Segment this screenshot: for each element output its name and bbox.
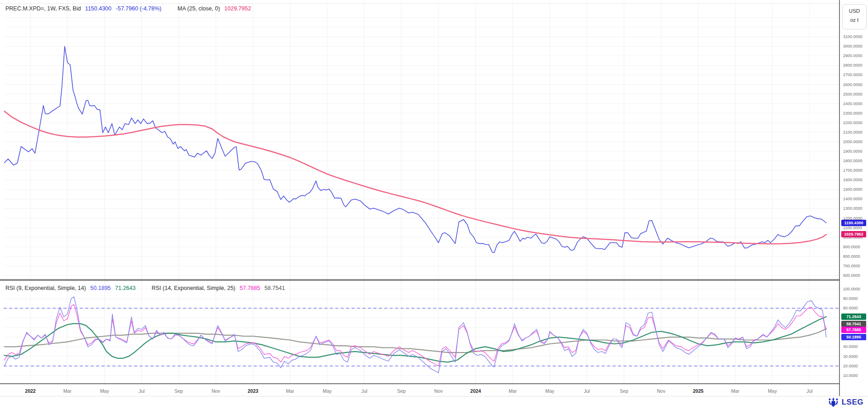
rsi14-value: 57.7885 bbox=[240, 285, 260, 291]
price-tick-label: 2000.0000 bbox=[843, 140, 863, 144]
rsi14-signal-line bbox=[5, 329, 826, 353]
rsi-tick-label: 40.0000 bbox=[843, 344, 858, 349]
rsi-axis-badge: 57.7885 bbox=[841, 327, 866, 333]
price-tick-label: 1800.0000 bbox=[843, 159, 863, 163]
month-tick-label: Jul bbox=[139, 388, 145, 394]
month-tick-label: Nov bbox=[434, 388, 443, 394]
instrument-label: PREC.M.XPD=, 1W, FXS, Bid bbox=[5, 5, 81, 12]
chart-window: PREC.M.XPD=, 1W, FXS, Bid 1150.4300 -57.… bbox=[0, 0, 868, 410]
month-tick-label: Jul bbox=[806, 388, 812, 394]
rsi9-study-label: RSI (9, Exponential, Simple, 14) bbox=[5, 285, 86, 291]
lseg-branding: LSEG bbox=[827, 397, 863, 408]
month-tick-label: May bbox=[545, 388, 555, 394]
price-tick-label: 1900.0000 bbox=[843, 149, 863, 154]
month-tick-label: May bbox=[323, 388, 332, 394]
month-tick-label: Sep bbox=[397, 388, 406, 394]
rsi-tick-label: 100.0000 bbox=[843, 287, 860, 291]
price-tick-label: 2900.0000 bbox=[843, 53, 863, 58]
axis-unit-box: USD oz t bbox=[842, 4, 867, 29]
price-axis-badge: 1029.7952 bbox=[841, 231, 866, 237]
month-tick-label: Sep bbox=[620, 388, 628, 394]
axis-unit-label: oz t bbox=[843, 17, 866, 23]
month-tick-label: Mar bbox=[63, 388, 72, 394]
ma-study-value: 1029.7952 bbox=[224, 5, 251, 12]
rsi-tick-label: 20.0000 bbox=[843, 364, 858, 368]
price-tick-label: 1500.0000 bbox=[843, 187, 863, 192]
rsi-tick-label: 90.0000 bbox=[843, 296, 858, 301]
price-tick-label: 2500.0000 bbox=[843, 92, 863, 96]
month-tick-label: Mar bbox=[731, 388, 739, 394]
year-tick-label: 2022 bbox=[25, 388, 35, 394]
month-tick-label: Nov bbox=[212, 388, 220, 394]
month-tick-label: Sep bbox=[174, 388, 183, 394]
price-tick-label: 1700.0000 bbox=[843, 168, 863, 173]
rsi-chart-legend: RSI (9, Exponential, Simple, 14) 50.1895… bbox=[5, 285, 288, 291]
price-tick-label: 1100.0000 bbox=[843, 226, 862, 230]
rsi14-study-label: RSI (14, Exponential, Simple, 25) bbox=[152, 285, 236, 291]
month-tick-label: Jul bbox=[584, 388, 590, 394]
rsi14-signal-value: 58.7541 bbox=[265, 285, 285, 291]
price-tick-label: 2700.0000 bbox=[843, 72, 863, 77]
month-tick-label: Mar bbox=[509, 388, 517, 394]
price-tick-label: 3100.0000 bbox=[843, 34, 863, 39]
rsi-axis-badge: 50.1895 bbox=[841, 334, 866, 340]
price-tick-label: 600.0000 bbox=[843, 273, 860, 278]
price-tick-label: 2600.0000 bbox=[843, 82, 863, 87]
price-line bbox=[5, 46, 826, 253]
price-tick-label: 1600.0000 bbox=[843, 178, 863, 182]
price-change-value: -57.7960 (-4.78%) bbox=[116, 5, 162, 12]
rsi-tick-label: 80.0000 bbox=[843, 306, 858, 310]
month-tick-label: May bbox=[768, 388, 777, 394]
lseg-logo-text: LSEG bbox=[842, 398, 863, 407]
price-tick-label: 2800.0000 bbox=[843, 63, 863, 68]
price-tick-label: 800.0000 bbox=[843, 254, 860, 259]
price-tick-label: 2100.0000 bbox=[843, 130, 863, 135]
price-tick-label: 900.0000 bbox=[843, 245, 860, 249]
year-tick-label: 2023 bbox=[248, 388, 258, 394]
price-axis-badge: 1150.4300 bbox=[841, 220, 866, 226]
price-tick-label: 700.0000 bbox=[843, 264, 860, 268]
price-tick-label: 1400.0000 bbox=[843, 197, 863, 201]
rsi9-signal-value: 71.2643 bbox=[115, 285, 135, 291]
price-tick-label: 2400.0000 bbox=[843, 101, 863, 106]
lseg-logo-icon bbox=[827, 397, 839, 408]
price-tick-label: 1300.0000 bbox=[843, 206, 863, 211]
ma-line bbox=[5, 111, 826, 244]
price-tick-label: 3000.0000 bbox=[843, 44, 863, 48]
month-tick-label: Jul bbox=[361, 388, 367, 394]
last-price-value: 1150.4300 bbox=[85, 5, 111, 12]
rsi-axis-badge: 71.2643 bbox=[841, 314, 866, 320]
price-chart-legend: PREC.M.XPD=, 1W, FXS, Bid 1150.4300 -57.… bbox=[5, 5, 254, 12]
rsi-axis-badge: 58.7541 bbox=[841, 321, 866, 327]
month-tick-label: May bbox=[100, 388, 109, 394]
price-tick-label: 2300.0000 bbox=[843, 111, 863, 116]
year-tick-label: 2024 bbox=[470, 388, 481, 394]
rsi9-value: 50.1895 bbox=[90, 285, 111, 291]
price-tick-label: 2200.0000 bbox=[843, 121, 863, 125]
year-tick-label: 2025 bbox=[693, 388, 704, 394]
chart-canvas[interactable] bbox=[0, 0, 868, 410]
month-tick-label: Mar bbox=[286, 388, 294, 394]
ma-study-label: MA (25, close, 0) bbox=[178, 5, 220, 12]
panel-separator[interactable] bbox=[0, 279, 839, 281]
rsi-tick-label: 10.0000 bbox=[843, 373, 858, 378]
month-tick-label: Nov bbox=[657, 388, 665, 394]
axis-currency-label: USD bbox=[843, 8, 866, 14]
rsi-tick-label: 30.0000 bbox=[843, 354, 858, 359]
